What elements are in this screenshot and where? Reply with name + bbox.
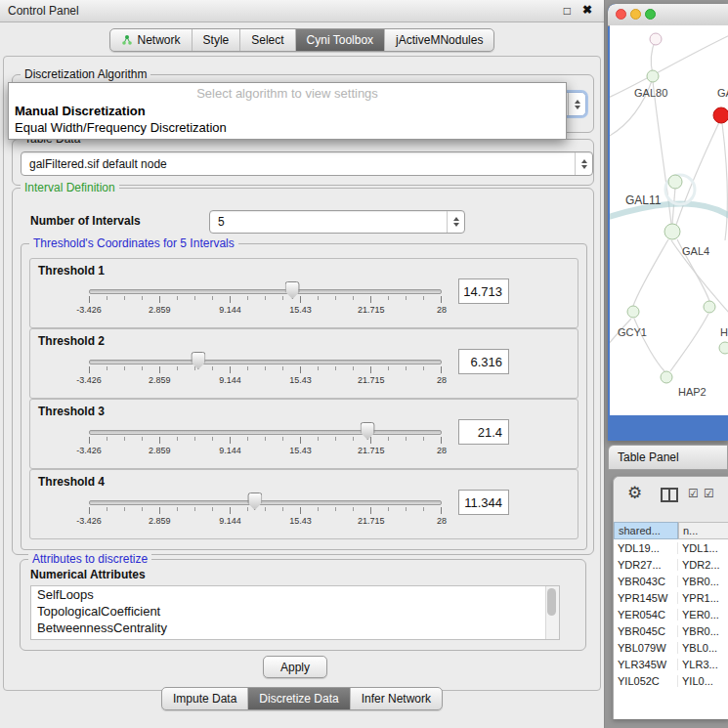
table-row[interactable]: YBL079WYBL0... bbox=[614, 639, 728, 656]
control-panel-titlebar: Control Panel □ ✖ bbox=[0, 0, 604, 22]
table-row[interactable]: YDL19...YDL1... bbox=[614, 539, 728, 556]
tab-infer-network[interactable]: Infer Network bbox=[350, 688, 442, 709]
cell[interactable]: YBR045C bbox=[614, 625, 678, 637]
tab-label: Network bbox=[138, 33, 181, 47]
network-node[interactable] bbox=[719, 342, 728, 354]
threshold-value-field[interactable]: 11.344 bbox=[458, 490, 509, 515]
threshold-slider[interactable]: -3.426 2.859 9.144 15.43 21.715 28 bbox=[89, 421, 442, 464]
tick-label: 28 bbox=[437, 446, 447, 455]
cell[interactable]: YPR1... bbox=[678, 592, 728, 604]
cell[interactable]: YER054C bbox=[614, 609, 678, 621]
network-node-selected[interactable] bbox=[713, 107, 728, 123]
tab-style[interactable]: Style bbox=[192, 29, 240, 51]
attributes-group: Attributes to discretize Numerical Attri… bbox=[20, 559, 586, 651]
close-icon[interactable]: ✖ bbox=[582, 3, 592, 17]
table-panel-titlebar[interactable]: Table Panel bbox=[608, 445, 728, 470]
table-row[interactable]: YDR27...YDR2... bbox=[614, 556, 728, 573]
tab-select[interactable]: Select bbox=[239, 29, 294, 51]
tab-network[interactable]: Network bbox=[110, 29, 192, 51]
list-item[interactable]: BetweennessCentrality bbox=[31, 620, 559, 636]
attributes-scrollbar[interactable] bbox=[545, 586, 559, 639]
bottom-tab-row: Impute Data Discretize Data Infer Networ… bbox=[0, 687, 604, 710]
tick-label: 28 bbox=[437, 516, 447, 526]
threshold-value-field[interactable]: 21.4 bbox=[458, 419, 509, 445]
threshold-slider[interactable]: -3.426 2.859 9.144 15.43 21.715 28 bbox=[89, 351, 442, 394]
tab-impute-data[interactable]: Impute Data bbox=[162, 688, 247, 709]
select-all-checkbox-icon[interactable]: ☑ bbox=[688, 487, 699, 500]
column-header-name[interactable]: n... bbox=[678, 522, 728, 539]
cell[interactable]: YLR345W bbox=[614, 659, 678, 670]
list-item[interactable]: SelfLoops bbox=[31, 586, 559, 603]
slider-track[interactable] bbox=[89, 500, 442, 505]
minimize-traffic-light[interactable] bbox=[630, 9, 641, 20]
table-row[interactable]: YLR345WYLR3... bbox=[614, 656, 728, 672]
table-panel-window: ⚙ ☑ ☑ shared... n... YDL19...YDL1... YDR… bbox=[613, 476, 728, 719]
cell[interactable]: YDR2... bbox=[678, 559, 728, 571]
float-window-icon[interactable]: □ bbox=[564, 4, 571, 18]
cell[interactable]: YER0... bbox=[678, 609, 728, 621]
algorithm-option-equal-width[interactable]: Equal Width/Frequency Discretization bbox=[9, 119, 566, 136]
slider-track[interactable] bbox=[89, 430, 442, 435]
cell[interactable]: YIL0... bbox=[678, 675, 728, 687]
zoom-traffic-light[interactable] bbox=[645, 9, 656, 20]
cell[interactable]: YBR0... bbox=[678, 625, 728, 637]
column-header-shared-name[interactable]: shared... bbox=[614, 522, 678, 539]
network-node-gal4[interactable] bbox=[664, 224, 680, 239]
tab-label: Select bbox=[251, 33, 283, 47]
threshold-label: Threshold 3 bbox=[38, 405, 105, 418]
tab-jactivemnodules[interactable]: jActiveMNodules bbox=[384, 29, 493, 51]
tab-cyni-toolbox[interactable]: Cyni Toolbox bbox=[295, 29, 384, 51]
cell[interactable]: YDL19... bbox=[614, 542, 678, 554]
scrollbar-thumb[interactable] bbox=[547, 588, 556, 616]
control-panel-window: Control Panel □ ✖ Network Style Se bbox=[0, 0, 605, 728]
cell[interactable]: YLR3... bbox=[678, 659, 728, 670]
network-node-gcy1[interactable] bbox=[627, 306, 639, 318]
network-icon bbox=[121, 34, 133, 46]
cell[interactable]: YDL1... bbox=[678, 542, 728, 554]
table-data-select[interactable]: galFiltered.sif default node bbox=[21, 151, 593, 176]
cell[interactable]: YIL052C bbox=[614, 675, 678, 687]
cell[interactable]: YBR0... bbox=[678, 576, 728, 587]
num-intervals-select[interactable]: 5 bbox=[209, 210, 465, 234]
cell[interactable]: YBL0... bbox=[678, 642, 728, 654]
algorithm-option-manual[interactable]: Manual Discretization bbox=[9, 103, 566, 119]
network-node-hap2[interactable] bbox=[661, 371, 672, 383]
tick-label: 9.144 bbox=[219, 305, 241, 315]
apply-button[interactable]: Apply bbox=[263, 656, 327, 678]
table-row[interactable]: YPR145WYPR1... bbox=[614, 589, 728, 606]
tab-discretize-data[interactable]: Discretize Data bbox=[247, 688, 349, 709]
select-none-checkbox-icon[interactable]: ☑ bbox=[704, 487, 714, 500]
table-row[interactable]: YER054CYER0... bbox=[614, 606, 728, 622]
threshold-slider[interactable]: -3.426 2.859 9.144 15.43 21.715 28 bbox=[89, 280, 442, 323]
tick-label: 15.43 bbox=[289, 375, 312, 385]
gear-icon[interactable]: ⚙ bbox=[627, 483, 642, 503]
threshold-value-field[interactable]: 6.316 bbox=[458, 349, 509, 374]
slider-track[interactable] bbox=[89, 360, 442, 364]
table-row[interactable]: YBR043CYBR0... bbox=[614, 573, 728, 589]
combo-stepper-icon bbox=[575, 152, 592, 175]
columns-icon[interactable] bbox=[661, 488, 678, 502]
threshold-value-field[interactable]: 14.713 bbox=[458, 278, 509, 304]
table-row[interactable]: YBR045CYBR0... bbox=[614, 622, 728, 639]
window-title: Control Panel bbox=[8, 4, 79, 18]
network-node[interactable] bbox=[704, 301, 715, 313]
tick-label: -3.426 bbox=[76, 446, 102, 455]
cell[interactable]: YBR043C bbox=[614, 576, 678, 587]
close-traffic-light[interactable] bbox=[616, 9, 626, 20]
slider-track[interactable] bbox=[89, 289, 442, 294]
network-canvas[interactable]: GAL80 GA GAL11 GAL4 GCY1 H HAP2 bbox=[610, 25, 728, 415]
tick-label: 21.715 bbox=[358, 375, 385, 385]
group-title: Attributes to discretize bbox=[28, 552, 151, 566]
table-row[interactable]: YIL052CYIL0... bbox=[614, 672, 728, 689]
network-node-gal80[interactable] bbox=[647, 70, 659, 82]
tick-label: -3.426 bbox=[76, 375, 102, 385]
threshold-slider[interactable]: -3.426 2.859 9.144 15.43 21.715 28 bbox=[89, 492, 442, 535]
cell[interactable]: YDR27... bbox=[614, 559, 678, 571]
list-item[interactable]: TopologicalCoefficient bbox=[31, 603, 559, 620]
network-node[interactable] bbox=[650, 33, 662, 45]
network-node-gal11[interactable] bbox=[668, 175, 682, 189]
tick-label: 21.715 bbox=[358, 305, 385, 315]
cell[interactable]: YPR145W bbox=[614, 592, 678, 604]
network-graph: GAL80 GA GAL11 GAL4 GCY1 H HAP2 bbox=[610, 25, 728, 415]
cell[interactable]: YBL079W bbox=[614, 642, 678, 654]
